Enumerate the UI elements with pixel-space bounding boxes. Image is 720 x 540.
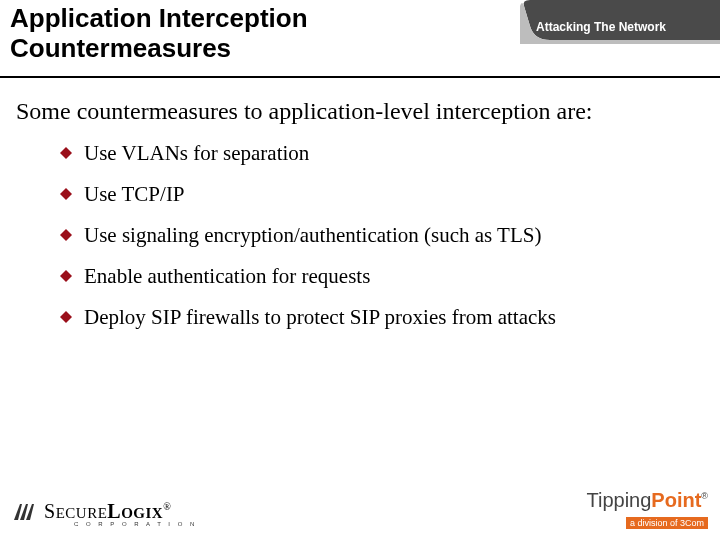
tab-line2: Net/App Interception — [536, 50, 654, 64]
svg-marker-4 — [60, 311, 72, 323]
svg-marker-3 — [60, 270, 72, 282]
slide-footer: SECURELOGIX® C O R P O R A T I O N Tippi… — [0, 480, 720, 540]
bullet-text: Deploy SIP firewalls to protect SIP prox… — [84, 305, 556, 329]
bullet-text: Enable authentication for requests — [84, 264, 370, 288]
slide-body: Some countermeasures to application-leve… — [16, 98, 704, 346]
tab-line1: Attacking The Network — [536, 20, 666, 34]
section-tab: Attacking The Network Net/App Intercepti… — [520, 0, 720, 44]
diamond-bullet-icon — [60, 229, 72, 241]
intro-text: Some countermeasures to application-leve… — [16, 98, 704, 125]
svg-marker-1 — [60, 188, 72, 200]
list-item: Use VLANs for separation — [60, 141, 704, 166]
slide-header: Application Interception Countermeasures… — [0, 0, 720, 78]
bullet-text: Use signaling encryption/authentication … — [84, 223, 541, 247]
list-item: Deploy SIP firewalls to protect SIP prox… — [60, 305, 704, 330]
svg-marker-0 — [60, 147, 72, 159]
securelogix-text: SECURELOGIX® — [44, 500, 171, 522]
securelogix-logo: SECURELOGIX® C O R P O R A T I O N — [12, 498, 197, 528]
securelogix-subtext: C O R P O R A T I O N — [74, 521, 197, 527]
svg-marker-2 — [60, 229, 72, 241]
slide-title: Application Interception Countermeasures — [10, 4, 308, 64]
list-item: Use TCP/IP — [60, 182, 704, 207]
slide: Application Interception Countermeasures… — [0, 0, 720, 540]
section-tab-text: Attacking The Network Net/App Intercepti… — [536, 5, 716, 65]
bullet-text: Use VLANs for separation — [84, 141, 309, 165]
svg-marker-5 — [14, 504, 22, 520]
bullet-list: Use VLANs for separation Use TCP/IP Use … — [60, 141, 704, 330]
bullet-text: Use TCP/IP — [84, 182, 185, 206]
diamond-bullet-icon — [60, 270, 72, 282]
tippingpoint-logo: TippingPoint® a division of 3Com — [587, 489, 709, 530]
list-item: Use signaling encryption/authentication … — [60, 223, 704, 248]
tippingpoint-text: TippingPoint® — [587, 489, 709, 512]
list-item: Enable authentication for requests — [60, 264, 704, 289]
tp-part2: Point — [651, 489, 701, 511]
diamond-bullet-icon — [60, 147, 72, 159]
tippingpoint-subtext: a division of 3Com — [626, 517, 708, 529]
tp-part1: Tipping — [587, 489, 652, 511]
diamond-bullet-icon — [60, 188, 72, 200]
securelogix-mark-icon — [12, 498, 38, 528]
diamond-bullet-icon — [60, 311, 72, 323]
